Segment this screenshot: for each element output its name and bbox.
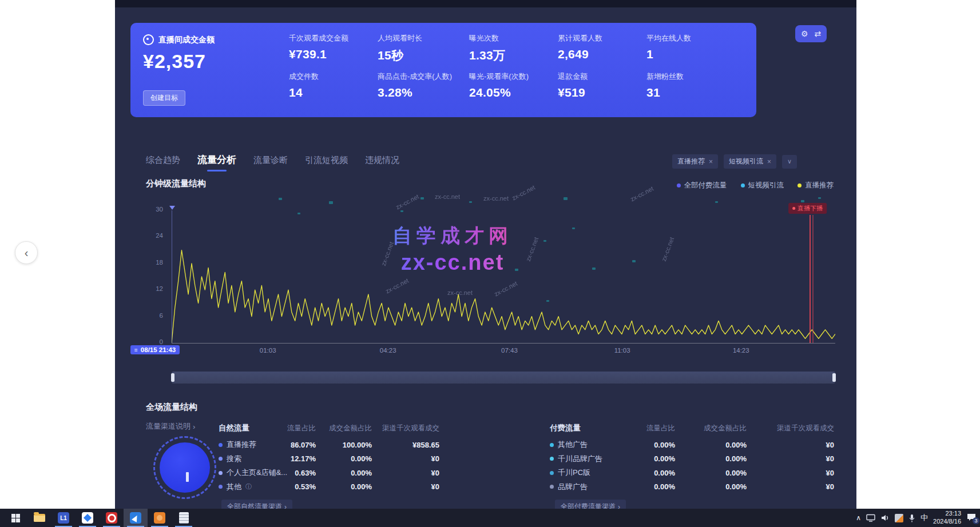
channel-label: 直播推荐 — [219, 440, 287, 450]
channel-info-link[interactable]: 流量渠道说明 › — [146, 421, 195, 432]
artifact-dot — [279, 198, 282, 200]
traffic-line-chart[interactable]: 直播下播 — [172, 210, 835, 344]
gmv-share: 100.00% — [316, 441, 372, 449]
metric-value: ¥519 — [558, 86, 646, 99]
metric-value: 31 — [646, 86, 732, 99]
artifact-dot — [469, 201, 472, 203]
filter-chip[interactable]: 直播推荐× — [672, 154, 718, 169]
y-tick: 24 — [145, 232, 163, 239]
artifact-dot — [564, 197, 568, 200]
analysis-tabs: 综合趋势流量分析流量诊断引流短视频违规情况 — [146, 153, 399, 171]
back-button[interactable]: ‹ — [15, 241, 38, 264]
brush-handle-left[interactable] — [171, 373, 174, 382]
metric-value: 1 — [646, 47, 732, 61]
app-teal-icon[interactable] — [76, 509, 100, 527]
app-cursor-icon[interactable] — [124, 509, 148, 527]
create-goal-button[interactable]: 创建目标 — [143, 90, 185, 106]
channel-label: 搜索 — [219, 454, 287, 464]
per-mille-gmv: ¥0 — [747, 482, 834, 491]
volume-icon[interactable] — [880, 514, 890, 522]
table-row: 个人主页&店铺&... 0.63% 0.00% ¥0 — [219, 466, 439, 480]
legend-item-全部付费流量[interactable]: 全部付费流量 — [677, 181, 727, 190]
stream-end-badge: 直播下播 — [788, 203, 827, 214]
legend-item-短视频引流[interactable]: 短视频引流 — [741, 181, 784, 190]
gear-icon[interactable]: ⚙ — [801, 29, 808, 38]
app-red-icon-glyph — [106, 512, 117, 524]
taskbar-apps: L1 — [0, 509, 196, 527]
file-explorer-icon[interactable] — [27, 509, 51, 527]
traffic-share: 0.63% — [287, 469, 316, 477]
metric-label: 累计观看人数 — [558, 33, 646, 43]
app-red-icon[interactable] — [100, 509, 124, 527]
gmv-share: 0.00% — [675, 454, 747, 463]
x-tick: 01:03 — [260, 347, 276, 354]
microphone-icon[interactable] — [908, 514, 915, 522]
app-l1-icon[interactable]: L1 — [51, 509, 76, 527]
app-orange-icon-glyph — [154, 512, 165, 524]
traffic-share: 12.17% — [287, 454, 316, 463]
table-row: 其他ⓘ 0.53% 0.00% ¥0 — [219, 480, 439, 494]
all-channels-link[interactable]: 全部自然流量渠道› — [221, 500, 292, 509]
gmv-share: 0.00% — [316, 469, 372, 477]
y-tick: 18 — [145, 259, 163, 266]
notepad-icon[interactable] — [172, 509, 196, 527]
traffic-share: 0.00% — [618, 469, 675, 477]
metric-cell: 曝光-观看率(次数) 24.05% — [469, 71, 558, 99]
start-button[interactable] — [3, 509, 27, 527]
tray-app-icon[interactable] — [895, 514, 903, 522]
arrow-right-icon: › — [618, 503, 620, 509]
metric-label: 千次观看成交金额 — [289, 33, 378, 43]
brush-handle-right[interactable] — [832, 373, 836, 382]
x-tick[interactable]: ≡08/15 21:43 — [130, 345, 180, 354]
ime-indicator[interactable]: 中 — [921, 513, 928, 523]
notification-badge: 3 — [973, 517, 979, 524]
traffic-section-title: 全场流量结构 — [146, 402, 197, 413]
start-button-glyph — [11, 514, 20, 522]
all-channels-link[interactable]: 全部付费流量渠道› — [555, 500, 626, 509]
traffic-share: 0.00% — [618, 482, 675, 491]
close-icon[interactable]: × — [767, 158, 771, 166]
chevron-down-icon[interactable]: ∨ — [782, 155, 797, 169]
metric-value: 15秒 — [378, 47, 469, 63]
channel-label: 千川PC版 — [550, 468, 618, 478]
app-orange-icon[interactable] — [148, 509, 172, 527]
per-mille-gmv: ¥858.65 — [372, 441, 439, 449]
tab-流量分析[interactable]: 流量分析 — [197, 153, 236, 171]
x-axis: ≡08/15 21:4301:0304:2307:4311:0314:23 — [172, 343, 835, 358]
column-header: 渠道千次观看成交 — [747, 424, 834, 433]
x-tick: 04:23 — [380, 347, 396, 354]
filter-chip[interactable]: 短视频引流× — [724, 154, 776, 169]
notification-icon[interactable]: 3 — [966, 513, 978, 523]
per-mille-gmv: ¥0 — [747, 469, 834, 477]
analytics-app-window: 直播间成交金额 ¥2,357 创建目标 千次观看成交金额 ¥739.1 人均观看… — [115, 0, 856, 509]
tab-流量诊断[interactable]: 流量诊断 — [253, 155, 288, 171]
y-tick: 30 — [145, 206, 163, 213]
metric-label: 人均观看时长 — [378, 33, 469, 43]
taskbar-clock[interactable]: 23:13 2024/8/16 — [933, 510, 961, 526]
tab-引流短视频[interactable]: 引流短视频 — [305, 155, 348, 171]
app-teal-icon-glyph — [82, 512, 93, 524]
table-row: 千川品牌广告 0.00% 0.00% ¥0 — [550, 452, 834, 466]
table-row: 搜索 12.17% 0.00% ¥0 — [219, 452, 439, 466]
network-icon[interactable] — [866, 514, 875, 522]
traffic-donut-chart[interactable] — [153, 436, 216, 499]
tab-综合趋势[interactable]: 综合趋势 — [146, 155, 180, 171]
metric-label: 平均在线人数 — [646, 33, 732, 43]
legend-item-直播推荐[interactable]: 直播推荐 — [798, 181, 834, 190]
metric-value: 14 — [289, 86, 378, 99]
channel-dot-icon — [550, 471, 554, 475]
metric-value: ¥739.1 — [289, 47, 378, 61]
swap-icon[interactable]: ⇄ — [815, 29, 822, 38]
close-icon[interactable]: × — [709, 158, 713, 166]
watermark-tile: zx-cc.net — [435, 193, 460, 200]
chevron-up-icon[interactable]: ∧ — [856, 514, 861, 522]
artifact-dot — [420, 197, 424, 199]
watermark-tile: zx-cc.net — [629, 185, 654, 202]
metric-label: 曝光次数 — [469, 33, 558, 43]
file-explorer-icon-glyph — [34, 514, 45, 522]
traffic-share: 86.07% — [287, 441, 316, 449]
datazoom-brush[interactable] — [172, 372, 835, 384]
column-header: 流量占比 — [618, 424, 675, 433]
metric-label: 曝光-观看率(次数) — [469, 71, 558, 82]
tab-违规情况[interactable]: 违规情况 — [365, 155, 399, 171]
